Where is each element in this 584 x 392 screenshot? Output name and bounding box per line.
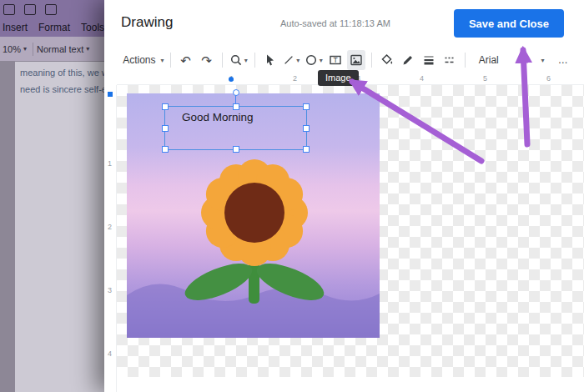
drawing-dialog: Drawing Auto-saved at 11:18:13 AM Save a…	[104, 0, 584, 392]
overflow-icon: …	[555, 54, 571, 66]
menu-item-insert: Insert	[3, 22, 28, 33]
chevron-down-icon: ▾	[23, 45, 27, 53]
menu-item-format: Format	[38, 22, 70, 33]
ruler-corner	[104, 73, 117, 85]
divider	[371, 53, 372, 68]
border-dash-button[interactable]	[441, 50, 459, 70]
select-icon	[264, 53, 277, 67]
border-weight-icon	[422, 53, 435, 67]
zoom-icon	[229, 53, 243, 67]
docs-background: Insert Format Tools 10% ▾ Normal text ▾ …	[0, 0, 104, 392]
border-color-button[interactable]	[399, 50, 417, 70]
undo-icon: ↶	[180, 54, 191, 67]
actions-menu-button[interactable]: Actions ▾	[119, 50, 164, 70]
resize-handle-bottom-left[interactable]	[162, 146, 169, 153]
textbox-selection[interactable]: Good Morning	[164, 106, 307, 150]
divider	[170, 53, 171, 68]
resize-handle-bottom-right[interactable]	[303, 146, 310, 153]
overflow-menu-button[interactable]: …	[553, 50, 572, 70]
chevron-down-icon: ▾	[296, 57, 300, 64]
undo-button[interactable]: ↶	[177, 50, 195, 70]
page-title: Drawing	[121, 14, 173, 31]
chevron-down-icon: ▾	[520, 57, 523, 64]
redo-icon: ↷	[201, 54, 212, 67]
image-tooltip: Image	[318, 70, 359, 86]
ruler-number: 5	[483, 74, 487, 83]
svg-text:T: T	[333, 56, 337, 64]
frame-icon	[3, 4, 15, 15]
redo-button[interactable]: ↷	[198, 50, 216, 70]
shape-tool-button[interactable]: ▾	[303, 50, 323, 70]
photo-icon	[45, 4, 57, 15]
zoom-value: 10%	[3, 44, 21, 54]
fill-color-button[interactable]	[378, 50, 396, 70]
divider	[33, 43, 33, 56]
docs-topbar: Insert Format Tools	[0, 0, 104, 37]
line-tool-button[interactable]: ▾	[282, 50, 301, 70]
textbox-icon: T	[329, 53, 342, 67]
image-tool-button[interactable]	[347, 50, 365, 70]
save-and-close-button[interactable]: Save and Close	[454, 9, 564, 38]
chevron-down-icon: ▾	[86, 45, 89, 53]
drawing-canvas[interactable]: Good Morning	[117, 85, 584, 377]
border-weight-button[interactable]	[420, 50, 438, 70]
zoom-button[interactable]: ▾	[228, 50, 248, 70]
line-icon	[283, 53, 295, 67]
docs-menu-bar: Insert Format Tools	[3, 22, 104, 33]
screen: Insert Format Tools 10% ▾ Normal text ▾ …	[0, 0, 584, 392]
textbox-tool-button[interactable]: T	[326, 50, 345, 70]
chevron-down-icon: ▾	[160, 57, 164, 64]
docs-topbar-icons	[3, 4, 57, 15]
resize-handle-middle-right[interactable]	[303, 125, 310, 132]
doc-text-line: need is sincere self-exam	[20, 84, 104, 94]
flower-center-shape	[224, 183, 284, 243]
ruler-number: 6	[546, 74, 551, 83]
border-dash-icon	[443, 53, 456, 67]
ruler-cursor-marker	[229, 77, 234, 82]
resize-handle-top-right[interactable]	[303, 103, 310, 110]
resize-handle-top-center[interactable]	[233, 103, 239, 110]
textbox-text[interactable]: Good Morning	[182, 111, 254, 123]
chevron-down-icon: ▾	[541, 57, 544, 64]
ruler-number: 2	[293, 74, 297, 83]
doc-text-line: meaning of this, we wou	[20, 68, 104, 78]
dialog-header: Drawing Auto-saved at 11:18:13 AM Save a…	[104, 0, 584, 47]
vertical-ruler: 1 2 3 4	[104, 85, 117, 392]
docs-toolbar: 10% ▾ Normal text ▾	[0, 37, 104, 62]
chevron-down-icon: ▾	[244, 57, 248, 64]
rotation-handle[interactable]	[233, 89, 239, 96]
resize-handle-bottom-center[interactable]	[233, 146, 239, 153]
image-thumb-icon	[24, 4, 36, 15]
resize-handle-middle-left[interactable]	[162, 125, 169, 132]
chevron-down-icon: ▾	[320, 57, 323, 64]
border-color-icon	[401, 53, 415, 67]
autosave-status: Auto-saved at 11:18:13 AM	[280, 18, 390, 28]
ruler-number: 4	[108, 349, 112, 358]
fill-color-icon	[380, 53, 394, 67]
resize-handle-top-left[interactable]	[162, 103, 169, 110]
menu-item-tools: Tools	[81, 22, 104, 33]
divider	[254, 53, 255, 68]
shape-icon	[305, 53, 318, 67]
font-family-value: Arial	[476, 54, 502, 66]
divider	[465, 53, 466, 68]
paragraph-style-value: Normal text	[37, 44, 83, 54]
ruler-number: 3	[108, 286, 112, 294]
docs-page: meaning of this, we wou need is sincere …	[15, 62, 104, 392]
more-tools-button[interactable]: ▾	[532, 50, 551, 70]
select-tool-button[interactable]	[261, 50, 279, 70]
divider	[222, 53, 223, 68]
rotation-handle-line	[235, 95, 236, 103]
font-family-select[interactable]: Arial ▾	[471, 50, 528, 70]
ruler-number: 1	[108, 159, 112, 168]
ruler-cursor-marker	[108, 92, 113, 97]
ruler-number: 2	[108, 223, 112, 231]
ruler-number: 4	[420, 74, 424, 83]
image-icon	[350, 53, 363, 67]
